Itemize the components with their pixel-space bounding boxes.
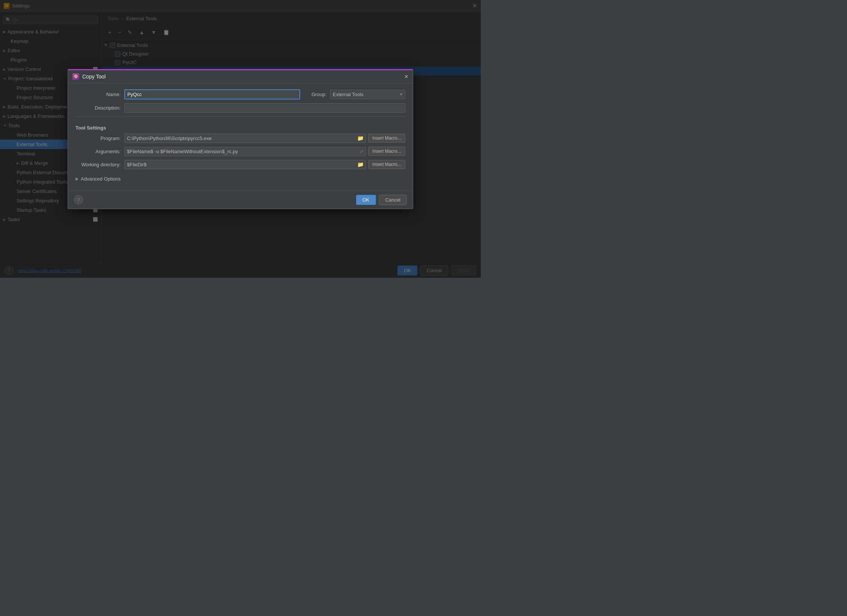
program-input-group: 📁 Insert Macro... <box>124 134 405 143</box>
modal-ok-button[interactable]: OK <box>356 195 376 205</box>
tool-settings-header: Tool Settings <box>75 125 405 131</box>
copy-tool-dialog: 🎨 Copy Tool × Name: Group: External Tool… <box>68 69 413 209</box>
name-label: Name: <box>75 92 121 97</box>
group-select[interactable]: External Tools <box>330 90 405 99</box>
group-label: Group: <box>304 92 326 97</box>
folder-icon[interactable]: 📁 <box>357 161 364 167</box>
working-dir-input-group: 📁 Insert Macro... <box>124 160 405 169</box>
copy-tool-icon: 🎨 <box>72 73 79 80</box>
name-group-row: Name: Group: External Tools ▼ <box>75 89 405 99</box>
advanced-options-toggle[interactable]: ▶ Advanced Options <box>75 173 405 185</box>
modal-footer-right: OK Cancel <box>356 195 407 205</box>
description-input[interactable] <box>124 103 405 113</box>
arguments-input[interactable] <box>124 147 366 156</box>
modal-cancel-button[interactable]: Cancel <box>379 195 407 205</box>
program-row: Program: 📁 Insert Macro... <box>75 134 405 143</box>
tool-settings-section: Tool Settings Program: 📁 Insert Macro...… <box>75 116 405 169</box>
modal-title: 🎨 Copy Tool <box>72 73 106 80</box>
working-dir-input[interactable] <box>124 160 366 169</box>
expand-icon[interactable]: ⤢ <box>360 149 364 154</box>
modal-body: Name: Group: External Tools ▼ Descriptio… <box>68 83 413 191</box>
description-label: Description: <box>75 105 121 111</box>
insert-macro-arguments-button[interactable]: Insert Macro... <box>368 147 405 156</box>
program-input-browse: 📁 <box>124 134 366 143</box>
folder-icon[interactable]: 📁 <box>357 135 364 141</box>
working-dir-label: Working directory: <box>75 162 121 167</box>
modal-footer: ? OK Cancel <box>68 191 413 209</box>
working-dir-input-browse: 📁 <box>124 160 366 169</box>
program-input[interactable] <box>124 134 366 143</box>
modal-overlay: 🎨 Copy Tool × Name: Group: External Tool… <box>0 0 481 278</box>
name-input[interactable] <box>124 89 300 99</box>
modal-close-button[interactable]: × <box>404 73 408 80</box>
description-row: Description: <box>75 103 405 113</box>
program-label: Program: <box>75 136 121 141</box>
arguments-row: Arguments: ⤢ Insert Macro... <box>75 147 405 156</box>
insert-macro-program-button[interactable]: Insert Macro... <box>368 134 405 143</box>
chevron-right-icon: ▶ <box>75 176 79 181</box>
arguments-input-wrap: ⤢ <box>124 147 366 156</box>
advanced-options-label: Advanced Options <box>81 176 121 182</box>
working-dir-row: Working directory: 📁 Insert Macro... <box>75 160 405 169</box>
arguments-input-group: ⤢ Insert Macro... <box>124 147 405 156</box>
modal-help-button[interactable]: ? <box>74 195 83 204</box>
modal-title-bar: 🎨 Copy Tool × <box>68 70 413 83</box>
arguments-label: Arguments: <box>75 149 121 154</box>
insert-macro-workingdir-button[interactable]: Insert Macro... <box>368 160 405 169</box>
modal-title-label: Copy Tool <box>82 74 106 80</box>
group-select-wrap: External Tools ▼ <box>330 90 405 99</box>
